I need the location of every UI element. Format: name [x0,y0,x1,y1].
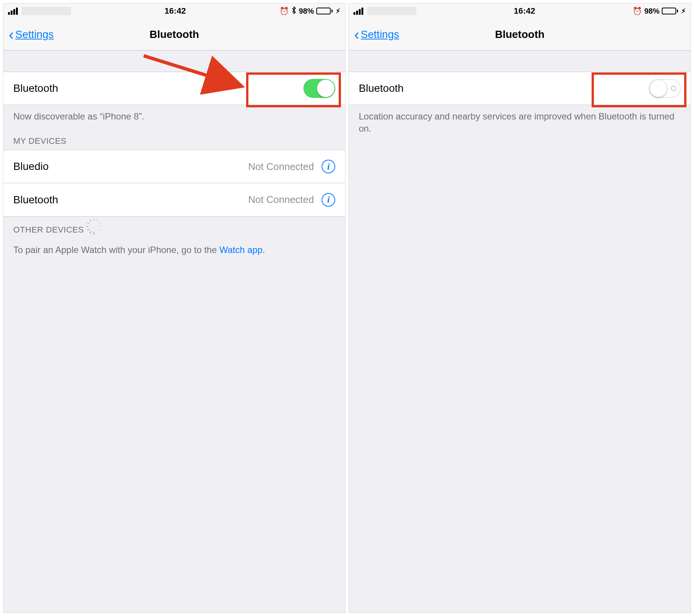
device-status: Not Connected [248,161,314,173]
signal-icon [353,8,363,15]
discoverable-text: Now discoverable as “iPhone 8”. [3,105,345,128]
info-icon[interactable]: i [322,193,335,207]
bluetooth-toggle-label: Bluetooth [359,82,404,94]
alarm-icon: ⏰ [279,6,289,16]
spinner-icon [89,225,99,235]
device-status: Not Connected [248,194,314,206]
battery-pct: 98% [644,7,659,16]
watch-app-link[interactable]: Watch app [219,245,262,255]
carrier-placeholder [367,7,416,15]
carrier-placeholder [22,7,71,15]
bluetooth-toggle[interactable] [649,79,681,98]
status-time: 16:42 [165,6,186,16]
back-label: Settings [361,28,399,41]
battery-icon [316,8,333,14]
nav-bar: ‹ Settings Bluetooth [3,19,345,50]
status-bar: 16:42 ⏰ 98% ⚡︎ [3,3,345,19]
bluetooth-icon [291,6,297,16]
bluetooth-toggle[interactable] [303,79,335,98]
bluetooth-off-text: Location accuracy and nearby services ar… [349,105,691,140]
bluetooth-toggle-row: Bluetooth [3,72,345,105]
signal-icon [8,8,18,15]
status-time: 16:42 [514,6,535,16]
device-name: Bluetooth [13,194,58,206]
other-devices-header: OTHER DEVICES [3,217,345,239]
page-title: Bluetooth [3,28,345,41]
battery-pct: 98% [299,7,314,16]
nav-bar: ‹ Settings Bluetooth [349,19,691,50]
bluetooth-toggle-label: Bluetooth [13,82,58,94]
alarm-icon: ⏰ [633,6,642,16]
back-button[interactable]: ‹ Settings [3,27,54,42]
back-button[interactable]: ‹ Settings [349,27,399,42]
bluetooth-toggle-row: Bluetooth [349,72,691,105]
chevron-left-icon: ‹ [354,27,359,42]
page-title: Bluetooth [349,28,691,41]
back-label: Settings [15,28,53,41]
device-row[interactable]: Bluetooth Not Connected i [3,183,345,217]
screen-bluetooth-on: 16:42 ⏰ 98% ⚡︎ ‹ Settings Bluetooth Blue… [3,3,345,613]
pair-hint-text: To pair an Apple Watch with your iPhone,… [3,239,345,261]
chevron-left-icon: ‹ [9,27,14,42]
info-icon[interactable]: i [322,160,335,173]
charging-icon: ⚡︎ [681,7,686,15]
status-bar: 16:42 ⏰ 98% ⚡︎ [349,3,691,19]
device-row[interactable]: Bluedio Not Connected i [3,150,345,183]
device-name: Bluedio [13,160,49,173]
battery-icon [662,8,678,14]
charging-icon: ⚡︎ [336,7,341,15]
my-devices-header: MY DEVICES [3,128,345,150]
screen-bluetooth-off: 16:42 ⏰ 98% ⚡︎ ‹ Settings Bluetooth Blue… [349,3,691,613]
